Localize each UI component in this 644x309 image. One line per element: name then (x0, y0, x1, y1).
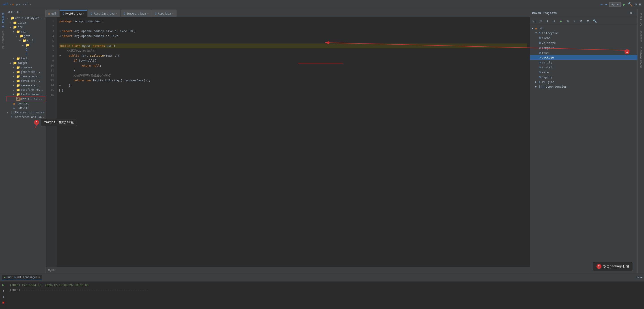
sidebar-item-sub1[interactable]: ▶ 📁 (6, 43, 45, 47)
left-tab-structure[interactable]: 2: Structure (1, 29, 6, 50)
right-tab-maven[interactable]: Maven Projects (638, 45, 644, 70)
maven-item-lifecycle[interactable]: ▼ ⚙ Lifecycle (530, 31, 637, 36)
app-dropdown[interactable]: App ▼ (609, 2, 621, 7)
maven-run-btn[interactable]: ▶ (558, 18, 564, 24)
scroll-up-btn[interactable]: ↑ (1, 288, 6, 293)
sidebar-item-udf-jar[interactable]: jar udf-1.0-SN... (6, 96, 45, 101)
sidebar-item-pom[interactable]: m pom.xml (6, 101, 45, 106)
maven-generate-btn[interactable]: ⚡ (572, 18, 578, 24)
layout-button[interactable]: ⊞ (639, 2, 641, 6)
sidebar-header: ⊞ ⚙ — ⚙ — (6, 9, 45, 15)
sidebar-item-generated2[interactable]: ▶ 📁 generated-... (6, 74, 45, 79)
tab-sumaggr[interactable]: C SumAggr.java ✕ (121, 10, 152, 17)
scroll-down-btn[interactable]: ↓ (1, 294, 6, 299)
gear-icon: ⚙ (539, 51, 541, 54)
sidebar-item-java[interactable]: ▼ 📁 java (6, 34, 45, 38)
maven-item-compile[interactable]: ⚙ compile (530, 45, 637, 50)
maven-item-test[interactable]: ⚙ test (530, 50, 637, 55)
maven-item-udf[interactable]: ▼ m udf (530, 26, 637, 31)
gear-icon: ⚙ (539, 36, 541, 40)
right-tab-database[interactable]: Database (638, 29, 644, 44)
sidebar-item-c2[interactable]: C (6, 52, 45, 56)
maven-header: Maven Projects ⚙ — (530, 9, 637, 17)
sidebar-item-test[interactable]: ▶ 📁 test (6, 56, 45, 61)
bottom-settings-icon[interactable]: ⚙ (637, 276, 638, 279)
bottom-tab-run[interactable]: ▶ Run: ⚙ udf [package] ✕ (2, 275, 42, 280)
maven-toolbar: ↻ ⟳ ⬇ + ▶ ⊘ ⚡ ⊞ ⊟ 🔧 (530, 17, 637, 25)
tab-close-icon[interactable]: ✕ (116, 12, 118, 15)
code-area[interactable]: package cn.kgc.hive.func; ◇import org.ap… (57, 17, 530, 267)
bottom-minimize-icon[interactable]: — (640, 276, 642, 279)
tab-app[interactable]: C App.java ✕ (152, 10, 176, 17)
sidebar-item-cn[interactable]: ▼ 📁 cn.l (6, 38, 45, 43)
tab-close-icon[interactable]: ✕ (172, 12, 174, 15)
tab-firstday[interactable]: C FirstDay.java ✕ (88, 10, 120, 17)
sidebar-item-ext-libs[interactable]: ▶ ||| External Libraries (6, 110, 45, 115)
sidebar-icon-collapse[interactable]: — (14, 10, 16, 14)
maven-item-dependencies[interactable]: ▶ ||| Dependencies (530, 84, 637, 89)
sidebar-item-udf-root[interactable]: ▼ 📁 udf D:\study\co... (6, 16, 45, 20)
right-tab-ant[interactable]: Ant Build (638, 11, 644, 28)
tab-close-icon[interactable]: ✕ (148, 12, 149, 15)
sidebar-icon-expand[interactable]: ⊞ (8, 10, 10, 14)
maven-collapse-btn[interactable]: ⊟ (585, 18, 591, 24)
maven-skip-btn[interactable]: ⊘ (565, 18, 571, 24)
maven-item-install[interactable]: ⚙ install (530, 65, 637, 70)
maven-reimport-btn[interactable]: ⟳ (538, 18, 544, 24)
sidebar-icon-config[interactable]: ⚙ (11, 10, 12, 14)
item-label: validate (542, 41, 556, 44)
tab-close-icon[interactable]: ✕ (38, 276, 40, 278)
sidebar-item-c1[interactable]: C (6, 47, 45, 52)
maven-item-site[interactable]: ⚙ site (530, 70, 637, 74)
sidebar-item-main[interactable]: ▼ 📁 main (6, 29, 45, 34)
tab-icon: C (155, 12, 156, 15)
nav-back-icon[interactable]: ← (600, 2, 603, 6)
sidebar-item-scratches[interactable]: ⚬ Scratches and Co... (6, 115, 45, 119)
sidebar-item-surefire[interactable]: ▶ 📁 surefire-re... (6, 88, 45, 92)
sidebar-item-classes[interactable]: ▶ 📁 classes (6, 65, 45, 70)
sidebar-item-iml[interactable]: ◇ udf.iml (6, 106, 45, 110)
tabs-bar: m udf C MyUDF.java ✕ C FirstDay.java ✕ C… (46, 9, 530, 17)
tab-close-icon[interactable]: ✕ (83, 12, 84, 15)
debug-button[interactable]: ⚙ (635, 2, 637, 6)
tab-udf[interactable]: m udf (46, 10, 59, 17)
sidebar-item-maven-arc[interactable]: ▶ 📁 maven-arc... (6, 79, 45, 83)
maven-item-package[interactable]: ⚙ package (530, 55, 637, 60)
sidebar-item-generated1[interactable]: ▶ 📁 generated-... (6, 70, 45, 74)
stop-btn[interactable]: ■ (1, 300, 6, 305)
sidebar-icon-gear[interactable]: ⚙ (17, 10, 18, 14)
sidebar-item-target[interactable]: ▼ 📁 target (6, 61, 45, 65)
sidebar-item-maven-sta[interactable]: ▶ 📁 maven-sta... (6, 83, 45, 88)
sidebar-icon-minus[interactable]: — (20, 10, 22, 14)
maven-tree-btn[interactable]: ⊞ (578, 18, 584, 24)
sidebar-item-test-class[interactable]: ▶ 📁 test-classe... (6, 92, 45, 96)
run-button[interactable]: ▶ (623, 2, 626, 7)
item-label: verify (542, 61, 552, 64)
maven-item-validate[interactable]: ⚙ validate (530, 40, 637, 45)
maven-item-plugins[interactable]: ▶ ⚙ Plugins (530, 80, 637, 84)
sidebar-item-src[interactable]: ▼ 📁 src (6, 25, 45, 29)
maven-settings-icon[interactable]: ⚙ (630, 11, 632, 14)
build-button[interactable]: 🔨 (628, 2, 632, 7)
gear-icon: ⚙ (539, 60, 541, 64)
tab-myudf[interactable]: C MyUDF.java ✕ (60, 10, 87, 17)
maven-download-btn[interactable]: ⬇ (545, 18, 550, 24)
content-wrapper: 1: Project 2: Structure ⊞ ⚙ — ⚙ — ▼ 📁 ud… (0, 9, 644, 273)
maven-item-verify[interactable]: ⚙ verify (530, 60, 637, 65)
maven-add-btn[interactable]: + (552, 18, 557, 24)
folder-icon: 📁 (16, 88, 20, 92)
maven-refresh-btn[interactable]: ↻ (531, 18, 537, 24)
sidebar-item-idea[interactable]: ▶ 📁 .idea (6, 20, 45, 25)
maven-close-icon[interactable]: — (633, 11, 635, 14)
gear-icon: ⚙ (539, 75, 541, 79)
expand-arrow-icon: ▶ (7, 111, 10, 114)
nav-forward-icon[interactable]: → (605, 2, 607, 6)
maven-item-clean[interactable]: ⚙ clean (530, 36, 637, 40)
maven-item-deploy[interactable]: ⚙ deploy (530, 74, 637, 80)
left-tab-project[interactable]: 1: Project (1, 11, 6, 29)
code-line: ◇import org.apache.hadoop.io.Text; (59, 34, 527, 38)
maven-wrench-icon[interactable]: 🔧 (592, 18, 598, 24)
play-btn[interactable]: ▶ (1, 282, 6, 287)
folder-icon: 📁 (16, 30, 20, 34)
expand-icon: ▶ (535, 85, 537, 88)
